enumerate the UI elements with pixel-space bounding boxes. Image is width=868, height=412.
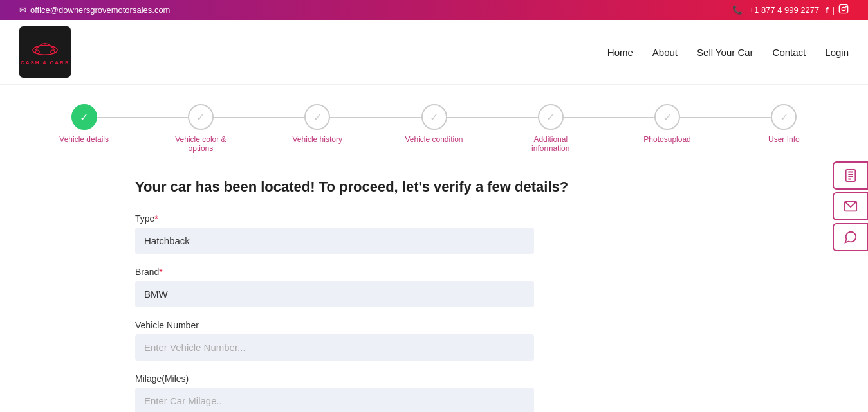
nav-sell-your-car[interactable]: Sell Your Car: [697, 47, 753, 58]
step-additional-info: ✓ Additional information: [492, 104, 609, 153]
brand-input[interactable]: [135, 281, 534, 307]
mileage-input[interactable]: [135, 388, 534, 412]
step-label-3: Vehicle history: [293, 135, 342, 144]
type-label: Type*: [135, 213, 573, 224]
step-circle-3: ✓: [304, 104, 330, 130]
step-user-info: ✓ User Info: [726, 104, 842, 144]
side-contacts: [833, 161, 868, 251]
topbar-contact: 📞 +1 877 4 999 2277 f |: [732, 4, 849, 16]
phone-number: +1 877 4 999 2277: [749, 5, 819, 15]
step-circle-5: ✓: [538, 104, 564, 130]
side-contact-phone[interactable]: [833, 161, 868, 190]
step-label-5: Additional information: [515, 135, 586, 153]
brand-required: *: [159, 267, 162, 277]
side-contact-email[interactable]: [833, 192, 868, 220]
step-vehicle-history: ✓ Vehicle history: [259, 104, 376, 144]
side-contact-whatsapp[interactable]: [833, 223, 868, 251]
step-circle-7: ✓: [771, 104, 797, 130]
logo[interactable]: CASH 4 CARS: [19, 26, 71, 78]
main-title: Your car has been located! To proceed, l…: [135, 179, 573, 195]
step-vehicle-details: ✓ Vehicle details: [26, 104, 142, 144]
divider: |: [833, 5, 835, 15]
brand-label: Brand*: [135, 267, 573, 277]
topbar-email: ✉ office@downersgrovemotorsales.com: [19, 5, 170, 15]
brand-group: Brand*: [135, 267, 573, 307]
step-photos-upload: ✓ Photosupload: [609, 104, 725, 144]
svg-point-2: [845, 6, 846, 7]
nav-home[interactable]: Home: [607, 47, 633, 58]
nav-contact[interactable]: Contact: [773, 47, 806, 58]
step-vehicle-condition: ✓ Vehicle condition: [376, 104, 492, 144]
progress-steps: ✓ Vehicle details ✓ Vehicle color & opti…: [0, 85, 868, 166]
svg-point-4: [35, 49, 39, 53]
vehicle-number-label: Vehicle Number: [135, 320, 573, 330]
phone-icon: 📞: [732, 5, 743, 15]
step-vehicle-color: ✓ Vehicle color & options: [142, 104, 259, 153]
nav-about[interactable]: About: [652, 47, 678, 58]
nav: Home About Sell Your Car Contact Login: [607, 47, 849, 58]
instagram-icon[interactable]: [838, 4, 849, 16]
svg-rect-0: [839, 4, 847, 13]
header: CASH 4 CARS Home About Sell Your Car Con…: [0, 20, 868, 85]
type-required: *: [154, 213, 158, 224]
step-label-4: Vehicle condition: [405, 135, 463, 144]
login-button[interactable]: Login: [825, 47, 849, 58]
vehicle-number-group: Vehicle Number: [135, 320, 573, 361]
logo-text: CASH 4 CARS: [21, 60, 69, 66]
type-input[interactable]: [135, 228, 534, 254]
main-content: Your car has been located! To proceed, l…: [0, 166, 708, 412]
mileage-group: Milage(Miles): [135, 373, 573, 412]
email-address: office@downersgrovemotorsales.com: [30, 5, 170, 15]
step-label-6: Photosupload: [643, 135, 690, 144]
step-circle-4: ✓: [421, 104, 447, 130]
email-icon: ✉: [19, 5, 26, 15]
step-label-7: User Info: [768, 135, 800, 144]
mileage-label: Milage(Miles): [135, 373, 573, 384]
type-group: Type*: [135, 213, 573, 254]
step-label-1: Vehicle details: [59, 135, 109, 144]
step-circle-2: ✓: [188, 104, 214, 130]
svg-point-5: [51, 49, 55, 53]
topbar: ✉ office@downersgrovemotorsales.com 📞 +1…: [0, 0, 868, 20]
vehicle-number-input[interactable]: [135, 334, 534, 361]
social-links: f |: [826, 4, 849, 16]
svg-point-1: [842, 7, 845, 10]
step-label-2: Vehicle color & options: [165, 135, 236, 153]
facebook-icon[interactable]: f: [826, 5, 828, 15]
step-circle-1: ✓: [71, 104, 97, 130]
step-circle-6: ✓: [654, 104, 680, 130]
